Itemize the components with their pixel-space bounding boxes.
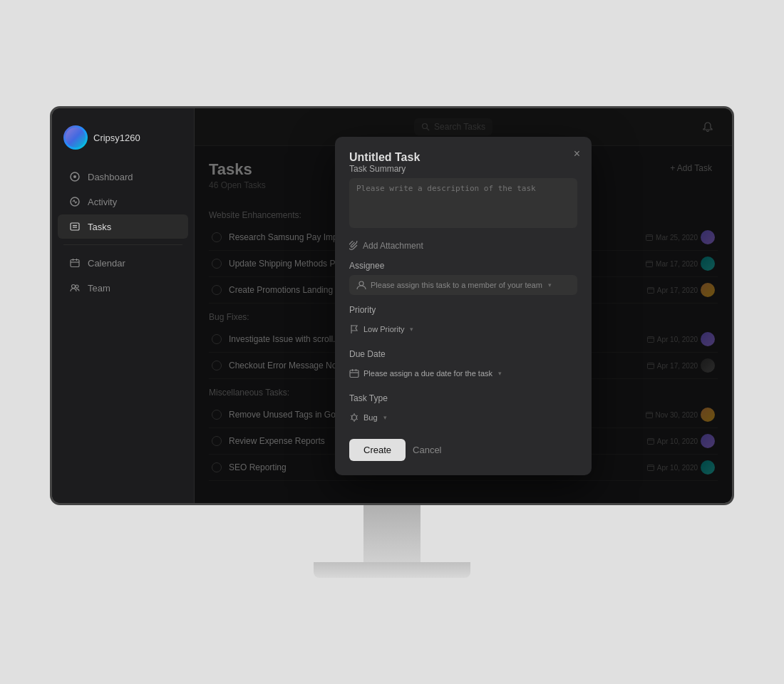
svg-point-11: [76, 285, 78, 288]
activity-label: Activity: [88, 197, 117, 207]
monitor-screen: Cripsy1260 Dashboard: [50, 106, 734, 505]
svg-rect-31: [350, 370, 359, 377]
assignee-select[interactable]: Please assign this task to a member of y…: [349, 275, 577, 295]
svg-point-30: [359, 281, 363, 286]
sidebar-item-team[interactable]: Team: [58, 276, 188, 300]
assignee-placeholder: Please assign this task to a member of y…: [371, 281, 542, 289]
task-summary-label: Task Summary: [349, 164, 577, 174]
bug-icon: [349, 413, 359, 423]
modal-actions: Create Cancel: [349, 439, 577, 461]
due-date-label: Due Date: [349, 349, 577, 359]
due-date-placeholder: Please assign a due date for the task: [363, 369, 492, 378]
modal-close-button[interactable]: ×: [574, 148, 580, 160]
svg-rect-3: [71, 223, 79, 230]
task-type-group: Task Type: [349, 393, 577, 428]
flag-icon: [349, 324, 359, 334]
priority-select[interactable]: Low Priority ▾: [349, 319, 577, 339]
monitor-stand-base: [314, 562, 470, 578]
create-task-modal: Untitled Task × Task Summary Add Attachm…: [335, 137, 592, 475]
monitor-stand-neck: [363, 505, 421, 562]
task-type-label: Task Type: [349, 393, 577, 403]
assignee-label: Assignee: [349, 261, 577, 271]
sidebar: Cripsy1260 Dashboard: [52, 108, 195, 503]
svg-point-35: [352, 415, 357, 420]
dashboard-icon: [69, 171, 81, 182]
person-icon: [356, 280, 366, 290]
username: Cripsy1260: [93, 133, 140, 143]
svg-rect-6: [71, 260, 79, 267]
tasks-icon: [69, 221, 81, 232]
dashboard-label: Dashboard: [88, 172, 133, 182]
sidebar-item-dashboard[interactable]: Dashboard: [58, 165, 188, 189]
task-summary-input[interactable]: [349, 178, 577, 228]
calendar-label: Calendar: [88, 258, 125, 269]
task-summary-group: Task Summary: [349, 164, 577, 231]
dropdown-arrow-icon: ▾: [383, 414, 387, 421]
team-label: Team: [88, 283, 110, 294]
svg-point-1: [73, 175, 76, 178]
calendar-icon: [69, 257, 81, 269]
sidebar-item-activity[interactable]: Activity: [58, 190, 188, 214]
modal-title: Untitled Task: [349, 151, 420, 163]
tasks-label: Tasks: [88, 222, 111, 232]
avatar: [63, 125, 88, 150]
assignee-group: Assignee Please assign this task to a me…: [349, 261, 577, 295]
user-profile: Cripsy1260: [52, 120, 194, 164]
add-attachment-button[interactable]: Add Attachment: [349, 241, 577, 251]
due-date-select[interactable]: Please assign a due date for the task ▾: [349, 363, 577, 383]
sidebar-item-calendar[interactable]: Calendar: [58, 251, 188, 275]
nav-divider: [63, 244, 182, 245]
due-date-group: Due Date Please assign a due date for th…: [349, 349, 577, 383]
task-type-value: Bug: [363, 413, 378, 422]
paperclip-icon: [349, 241, 359, 250]
priority-value: Low Priority: [363, 325, 404, 333]
activity-icon: [69, 196, 81, 207]
attachment-label: Add Attachment: [363, 241, 423, 251]
cancel-button[interactable]: Cancel: [413, 445, 441, 455]
svg-point-10: [72, 285, 76, 289]
sidebar-item-tasks[interactable]: Tasks: [58, 214, 188, 239]
modal-overlay: Untitled Task × Task Summary Add Attachm…: [195, 108, 732, 503]
priority-label: Priority: [349, 305, 577, 315]
calendar-icon: [349, 368, 359, 378]
team-icon: [69, 282, 81, 294]
dropdown-arrow-icon: ▾: [498, 370, 502, 377]
task-type-select[interactable]: Bug ▾: [349, 408, 577, 428]
main-content: Search Tasks Tasks 46 Open Task: [195, 108, 732, 503]
priority-group: Priority Low Priority ▾: [349, 305, 577, 339]
create-button[interactable]: Create: [349, 439, 406, 461]
dropdown-arrow-icon: ▾: [410, 326, 413, 333]
dropdown-arrow-icon: ▾: [548, 281, 552, 289]
